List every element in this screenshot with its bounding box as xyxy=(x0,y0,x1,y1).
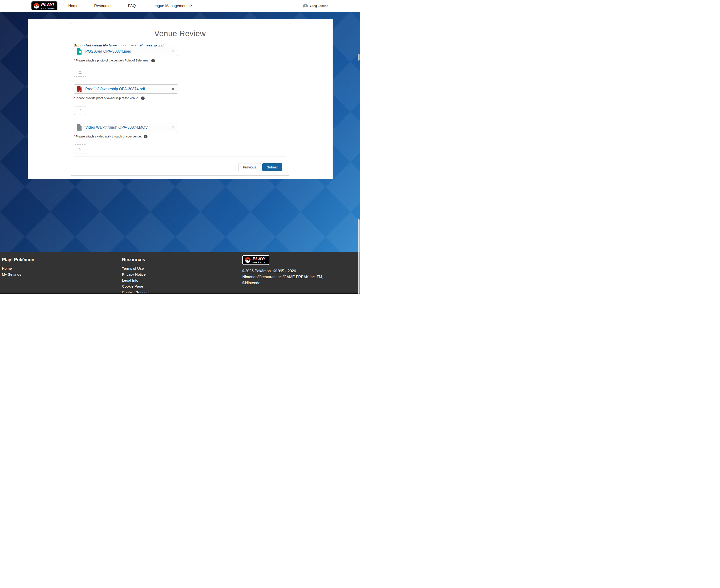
svg-text:PDF: PDF xyxy=(78,90,81,92)
page-title: Venue Review xyxy=(74,29,286,38)
info-icon[interactable] xyxy=(141,97,145,100)
remove-file-button[interactable] xyxy=(170,48,176,54)
chevron-down-icon xyxy=(189,5,192,7)
footer-link-privacy-notice[interactable]: Privacy Notice xyxy=(122,271,242,277)
remove-file-button[interactable] xyxy=(170,125,176,130)
main-navigation: Home Resources FAQ League Management xyxy=(68,4,192,8)
content-container: Venue Review Supported image file types:… xyxy=(28,19,333,179)
submit-button[interactable]: Submit xyxy=(262,163,282,171)
page-footer: Play! Pokémon Home My Settings Resources… xyxy=(0,252,360,294)
upload-file-button[interactable] xyxy=(74,106,86,115)
user-menu[interactable]: Greg Jacobs xyxy=(303,3,328,8)
generic-file-icon xyxy=(77,124,82,131)
requirement-text-clipped: * Please attach a photo of the venue's P… xyxy=(74,59,286,62)
nav-league-management[interactable]: League Management xyxy=(151,4,192,8)
footer-resources-column: Resources Terms of Use Privacy Notice Le… xyxy=(122,255,242,294)
user-avatar-icon xyxy=(303,3,308,8)
nav-resources[interactable]: Resources xyxy=(94,4,112,8)
upload-icon xyxy=(78,147,82,151)
top-navbar: PLAY! POKÉMON. Home Resources FAQ League… xyxy=(0,0,360,12)
remove-file-button[interactable] xyxy=(170,86,176,92)
play-pokemon-logo[interactable]: PLAY! POKÉMON. xyxy=(31,1,58,10)
pokeball-icon xyxy=(33,3,40,9)
scrollbar-thumb[interactable] xyxy=(358,54,360,61)
uploaded-file-chip: POS Area OPA-30874.jpeg xyxy=(74,47,178,56)
footer-link-terms-of-use[interactable]: Terms of Use xyxy=(122,266,242,271)
pdf-file-icon: PDF xyxy=(77,86,82,92)
logo-wordmark: PLAY! POKÉMON. xyxy=(41,3,55,9)
footer-brand-title: Play! Pokémon xyxy=(2,257,122,262)
uploaded-file-chip: Video Walkthrough OPA-30874.MOV xyxy=(74,123,178,132)
page: PLAY! POKÉMON. Home Resources FAQ League… xyxy=(0,0,360,294)
footer-resources-title: Resources xyxy=(122,257,242,262)
uploaded-file-chip: PDF Proof of Ownership OPA-30874.pdf xyxy=(74,84,178,93)
requirement-text: * Please attach a video walk through of … xyxy=(74,135,286,139)
supported-file-types-note: Supported image file types: .jpg, .jpeg,… xyxy=(74,43,286,46)
scrollbar-thumb-lower[interactable] xyxy=(358,219,360,294)
uploaded-file-link[interactable]: Video Walkthrough OPA-30874.MOV xyxy=(85,125,148,130)
footer-brand-column: Play! Pokémon Home My Settings xyxy=(2,255,122,294)
info-icon[interactable] xyxy=(151,59,155,62)
nav-faq[interactable]: FAQ xyxy=(128,4,136,8)
required-asterisk: * xyxy=(74,96,75,100)
requirement-text: Please attach a photo of the venue's Poi… xyxy=(76,59,149,62)
pokeball-icon xyxy=(245,257,251,263)
form-actions: Previous Submit xyxy=(74,163,286,171)
upload-file-button[interactable] xyxy=(74,68,86,77)
image-file-icon xyxy=(77,48,82,55)
upload-icon xyxy=(78,109,82,113)
required-asterisk: * xyxy=(74,59,75,62)
uploaded-file-link[interactable]: POS Area OPA-30874.jpeg xyxy=(85,49,131,54)
footer-link-my-settings[interactable]: My Settings xyxy=(2,271,122,277)
footer-link-home[interactable]: Home xyxy=(2,266,122,271)
nav-home[interactable]: Home xyxy=(68,4,78,8)
main-background: Venue Review Supported image file types:… xyxy=(0,12,360,252)
footer-link-cookie-page[interactable]: Cookie Page xyxy=(122,283,242,289)
footer-legal-column: PLAY! POKÉMON. ©2026 Pokémon. ©1995 - 20… xyxy=(242,255,360,294)
copyright-text: ©2026 Pokémon. ©1995 - 2026 Nintendo/Cre… xyxy=(242,268,331,286)
required-asterisk: * xyxy=(74,134,75,138)
previous-button[interactable]: Previous xyxy=(238,163,261,171)
form-divider xyxy=(74,156,286,157)
info-icon[interactable] xyxy=(144,135,147,139)
requirement-text: * Please provide proof of ownership of t… xyxy=(74,97,286,100)
venue-review-card: Venue Review Supported image file types:… xyxy=(70,23,290,175)
user-name: Greg Jacobs xyxy=(310,4,328,8)
bottom-strip xyxy=(0,293,360,294)
upload-icon xyxy=(78,70,82,74)
upload-file-button[interactable] xyxy=(74,144,86,153)
uploaded-file-link[interactable]: Proof of Ownership OPA-30874.pdf xyxy=(85,87,145,91)
footer-link-legal-info[interactable]: Legal Info xyxy=(122,277,242,283)
footer-play-pokemon-logo: PLAY! POKÉMON. xyxy=(242,255,269,265)
